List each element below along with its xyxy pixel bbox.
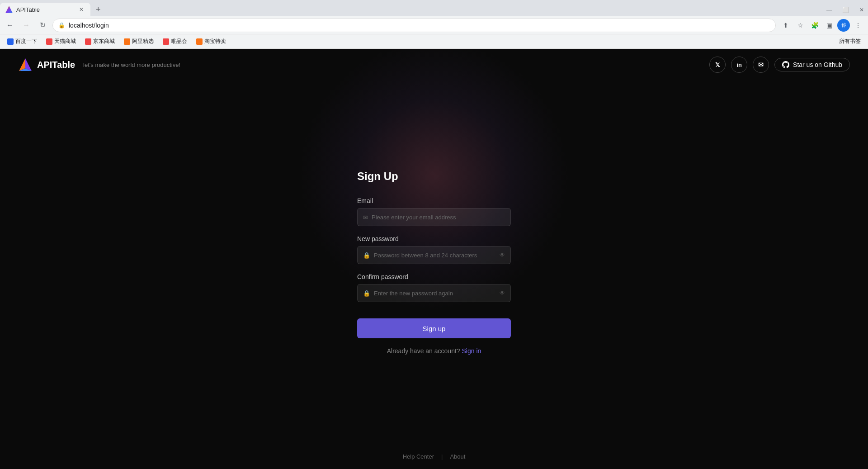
active-tab[interactable]: APITable ✕ [0, 3, 90, 16]
signin-text: Already have an account? Sign in [357, 347, 511, 355]
minimize-button[interactable]: — [823, 4, 835, 16]
password-input[interactable]: 🔒 Password between 8 and 24 characters 👁 [357, 246, 511, 264]
signup-card: Sign Up Email ✉ Please enter your email … [357, 170, 511, 355]
app-logo: APITable let's make the world more produ… [18, 57, 180, 72]
bookmark-vip[interactable]: 唯品会 [159, 36, 191, 47]
close-button[interactable]: ✕ [855, 4, 868, 16]
app-footer: Help Center | About [0, 444, 868, 469]
github-icon [782, 61, 789, 68]
browser-chrome: APITable ✕ + — ⬜ ✕ ← → ↻ 🔒 localhost/log… [0, 0, 868, 49]
tab-favicon [5, 6, 13, 13]
window-controls: — ⬜ ✕ [823, 4, 868, 16]
confirm-label: Confirm password [357, 273, 511, 280]
bookmarks-bar: 百度一下 天猫商城 京东商城 阿里精选 唯品会 淘宝特卖 所有书签 [0, 34, 868, 49]
linkedin-icon: in [736, 62, 742, 68]
bookmark-vip-label: 唯品会 [171, 38, 187, 45]
toolbar-actions: ⬆ ☆ 🧩 ▣ 你 ⋮ [779, 19, 864, 32]
maximize-button[interactable]: ⬜ [839, 4, 852, 16]
bookmark-jd[interactable]: 京东商城 [81, 36, 118, 47]
baidu-favicon [7, 38, 14, 45]
linkedin-button[interactable]: in [731, 57, 747, 73]
new-tab-button[interactable]: + [90, 3, 106, 16]
password-form-group: New password 🔒 Password between 8 and 24… [357, 235, 511, 264]
mail-button[interactable]: ✉ [753, 57, 769, 73]
confirm-placeholder: Enter the new password again [374, 290, 496, 297]
bookmarks-folder-label: 所有书签 [839, 38, 861, 45]
bookmark-button[interactable]: ☆ [794, 19, 807, 32]
bookmark-tmall[interactable]: 天猫商城 [42, 36, 80, 47]
address-text: localhost/login [69, 22, 109, 29]
email-input[interactable]: ✉ Please enter your email address [357, 208, 511, 226]
password-label: New password [357, 235, 511, 242]
sidebar-button[interactable]: ▣ [823, 19, 835, 32]
bookmark-baidu-label: 百度一下 [15, 38, 37, 45]
email-placeholder: Please enter your email address [372, 214, 505, 221]
bookmark-baidu[interactable]: 百度一下 [4, 36, 41, 47]
confirm-input[interactable]: 🔒 Enter the new password again 👁 [357, 284, 511, 302]
forward-button[interactable]: → [20, 19, 33, 32]
browser-toolbar: ← → ↻ 🔒 localhost/login ⬆ ☆ 🧩 ▣ 你 ⋮ [0, 16, 868, 34]
menu-button[interactable]: ⋮ [852, 19, 864, 32]
github-label: Star us on Github [793, 61, 842, 68]
bookmarks-folder[interactable]: 所有书签 [835, 36, 864, 47]
app-navbar: APITable let's make the world more produ… [0, 49, 868, 81]
password-toggle-icon[interactable]: 👁 [500, 252, 505, 258]
app-wrapper: APITable let's make the world more produ… [0, 49, 868, 469]
tab-bar: APITable ✕ + — ⬜ ✕ [0, 0, 868, 16]
bookmark-taobao-label: 淘宝特卖 [204, 38, 226, 45]
already-text: Already have an account? [387, 347, 460, 355]
bookmark-taobao[interactable]: 淘宝特卖 [193, 36, 230, 47]
github-button[interactable]: Star us on Github [774, 58, 850, 71]
twitter-button[interactable]: 𝕏 [709, 57, 726, 73]
bookmark-ali-label: 阿里精选 [132, 38, 154, 45]
signup-title: Sign Up [357, 170, 511, 183]
email-form-group: Email ✉ Please enter your email address [357, 197, 511, 226]
signup-button[interactable]: Sign up [357, 318, 511, 338]
twitter-icon: 𝕏 [715, 62, 720, 68]
tmall-favicon [46, 38, 52, 45]
extension-button[interactable]: 🧩 [808, 19, 821, 32]
vip-favicon [163, 38, 169, 45]
lock-icon: 🔒 [363, 252, 370, 259]
bookmark-tmall-label: 天猫商城 [54, 38, 76, 45]
help-center-link[interactable]: Help Center [403, 453, 434, 460]
profile-button[interactable]: 你 [837, 19, 850, 32]
ali-favicon [124, 38, 130, 45]
mail-icon: ✉ [758, 61, 764, 68]
confirm-lock-icon: 🔒 [363, 290, 370, 297]
confirm-form-group: Confirm password 🔒 Enter the new passwor… [357, 273, 511, 302]
tab-close-button[interactable]: ✕ [78, 6, 85, 13]
password-placeholder: Password between 8 and 24 characters [374, 252, 496, 259]
jd-favicon [85, 38, 91, 45]
back-button[interactable]: ← [4, 19, 16, 32]
tab-title: APITable [16, 6, 40, 13]
main-content: Sign Up Email ✉ Please enter your email … [0, 81, 868, 444]
logo-icon [18, 57, 33, 72]
address-bar[interactable]: 🔒 localhost/login [52, 19, 776, 32]
email-label: Email [357, 197, 511, 204]
taobao-favicon [196, 38, 203, 45]
about-link[interactable]: About [450, 453, 465, 460]
share-button[interactable]: ⬆ [779, 19, 792, 32]
signin-link[interactable]: Sign in [462, 347, 481, 355]
logo-text: APITable [37, 60, 75, 70]
confirm-toggle-icon[interactable]: 👁 [500, 290, 505, 296]
navbar-actions: 𝕏 in ✉ Star us on Github [709, 57, 850, 73]
bookmark-ali[interactable]: 阿里精选 [120, 36, 157, 47]
refresh-button[interactable]: ↻ [36, 19, 49, 32]
email-icon: ✉ [363, 214, 368, 221]
footer-divider: | [441, 453, 443, 460]
logo-tagline: let's make the world more productive! [83, 62, 180, 68]
security-icon: 🔒 [58, 22, 65, 28]
bookmark-jd-label: 京东商城 [93, 38, 115, 45]
